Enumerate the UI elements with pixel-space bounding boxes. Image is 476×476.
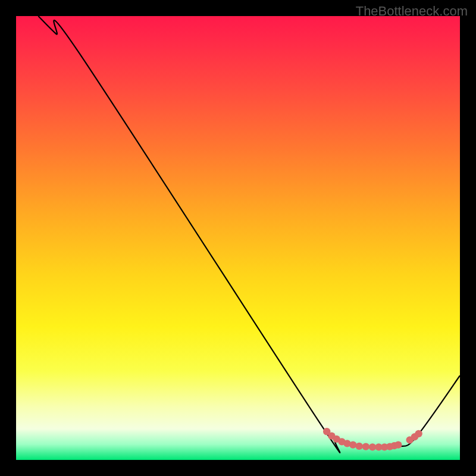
watermark-text: TheBottleneck.com xyxy=(356,4,468,19)
data-marker xyxy=(362,443,369,450)
data-marker xyxy=(415,430,422,437)
data-marker xyxy=(349,441,356,448)
data-curve xyxy=(38,16,460,453)
data-marker xyxy=(355,443,362,450)
chart-plot-area xyxy=(16,16,460,460)
chart-overlay xyxy=(16,16,460,460)
data-marker xyxy=(394,441,402,448)
